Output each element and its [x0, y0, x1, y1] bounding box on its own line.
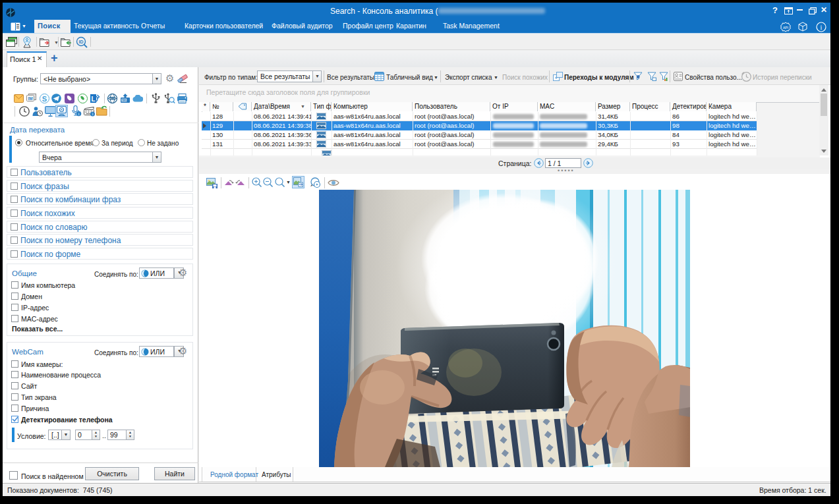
svg-text:FTP: FTP — [122, 99, 127, 102]
svg-text:i: i — [821, 24, 823, 31]
svg-text:L: L — [91, 96, 95, 103]
svg-text:API: API — [783, 26, 788, 30]
svg-text:IM: IM — [28, 96, 32, 101]
svg-text:ID: ID — [79, 40, 84, 44]
svg-text:S: S — [42, 95, 47, 103]
svg-text:HTTP: HTTP — [109, 97, 116, 100]
